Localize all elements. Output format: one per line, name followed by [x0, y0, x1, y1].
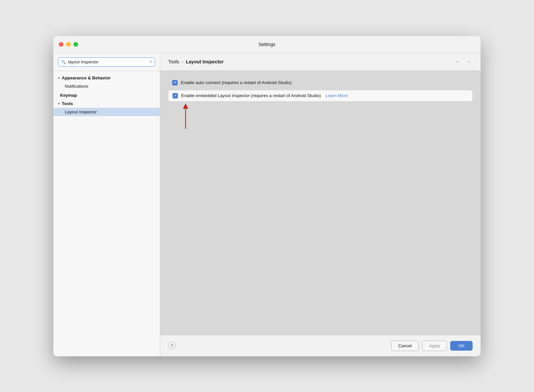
titlebar: Settings [53, 36, 481, 53]
sidebar: 🔍 ✕ ▾ Appearance & Behavior Notification… [53, 53, 160, 356]
apply-button[interactable]: Apply [422, 341, 447, 351]
main-panel: Tools › Layout Inspector ← → ✓ Enable au… [160, 53, 481, 356]
embedded-inspector-label: Enable embedded Layout Inspector (requir… [181, 93, 321, 98]
sidebar-item-tools[interactable]: ▾ Tools [53, 99, 160, 108]
chevron-down-icon: ▾ [58, 102, 60, 105]
main-header: Tools › Layout Inspector ← → [160, 53, 481, 71]
checkbox-check-icon: ✓ [174, 81, 177, 84]
sidebar-section-label-tools: Tools [62, 101, 73, 106]
learn-more-link[interactable]: Learn More [325, 93, 347, 98]
window-title: Settings [259, 42, 276, 47]
ok-button[interactable]: OK [450, 341, 473, 351]
help-button[interactable]: ? [168, 342, 176, 349]
nav-section-tools: ▾ Tools Layout Inspector [53, 99, 160, 116]
help-icon: ? [171, 343, 173, 348]
search-icon: 🔍 [61, 60, 66, 64]
close-button[interactable] [59, 42, 63, 47]
keymap-label: Keymap [60, 93, 77, 98]
sidebar-section-label: Appearance & Behavior [62, 75, 111, 80]
sidebar-item-layout-inspector[interactable]: Layout Inspector [53, 108, 160, 116]
search-clear-icon[interactable]: ✕ [149, 60, 152, 64]
auto-connect-label: Enable auto connect (requires a restart … [181, 80, 292, 85]
breadcrumb: Tools › Layout Inspector [168, 59, 224, 64]
nav-back-button[interactable]: ← [454, 58, 462, 65]
settings-row-embedded: ✓ Enable embedded Layout Inspector (requ… [168, 90, 473, 101]
sidebar-item-keymap[interactable]: Keymap [53, 91, 160, 99]
nav-forward-button[interactable]: → [465, 58, 473, 65]
nav-tree: ▾ Appearance & Behavior Notifications Ke… [53, 71, 160, 356]
breadcrumb-separator: › [182, 59, 183, 64]
settings-content: ✓ Enable auto connect (requires a restar… [160, 71, 481, 335]
sidebar-child-label: Notifications [65, 84, 88, 89]
search-box: 🔍 ✕ [58, 57, 155, 67]
svg-marker-1 [183, 103, 188, 109]
sidebar-child-label-li: Layout Inspector [65, 109, 97, 114]
settings-row-wrapper: ✓ Enable embedded Layout Inspector (requ… [168, 90, 473, 101]
auto-connect-checkbox[interactable]: ✓ [172, 80, 178, 85]
settings-window: Settings 🔍 ✕ ▾ Appearance & Behavior [53, 36, 481, 356]
breadcrumb-current: Layout Inspector [186, 59, 224, 64]
embedded-inspector-checkbox[interactable]: ✓ [173, 93, 178, 98]
maximize-button[interactable] [73, 42, 78, 47]
footer: ? Cancel Apply OK [160, 335, 481, 356]
minimize-button[interactable] [66, 42, 71, 47]
footer-right: Cancel Apply OK [391, 341, 473, 351]
cancel-button[interactable]: Cancel [391, 341, 419, 351]
search-input[interactable] [68, 59, 147, 64]
sidebar-item-appearance-behavior[interactable]: ▾ Appearance & Behavior [53, 74, 160, 82]
nav-section-appearance: ▾ Appearance & Behavior Notifications [53, 74, 160, 90]
footer-left: ? [168, 342, 176, 349]
settings-row-auto-connect: ✓ Enable auto connect (requires a restar… [168, 77, 473, 88]
breadcrumb-parent: Tools [168, 59, 179, 64]
content-area: 🔍 ✕ ▾ Appearance & Behavior Notification… [53, 53, 481, 356]
checkbox-check-icon-2: ✓ [174, 94, 177, 97]
nav-arrows: ← → [454, 58, 473, 65]
chevron-down-icon: ▾ [58, 76, 60, 80]
search-container: 🔍 ✕ [53, 53, 160, 71]
sidebar-item-notifications[interactable]: Notifications [53, 82, 160, 90]
window-controls [59, 42, 78, 47]
annotation-arrow [176, 103, 196, 129]
